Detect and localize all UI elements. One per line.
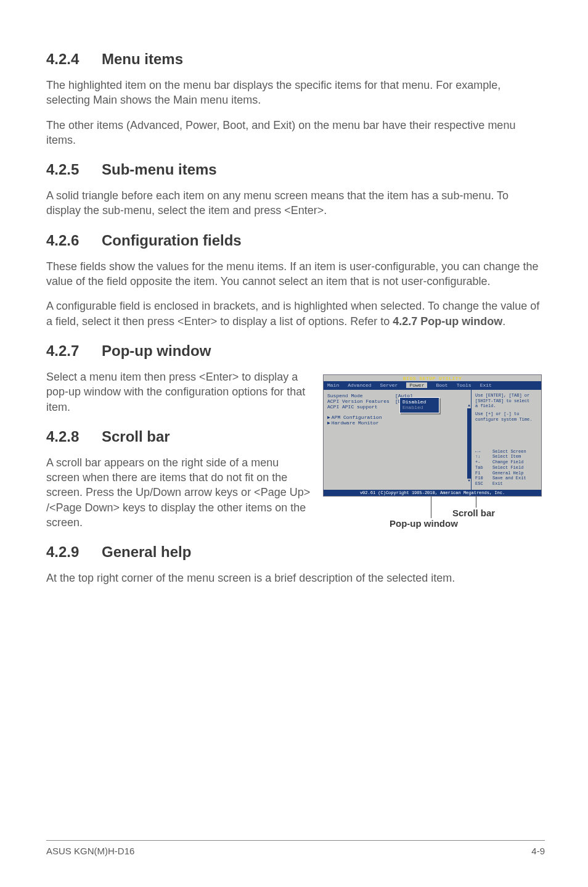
bios-tab: Boot	[436, 382, 447, 388]
bios-menubar: Main Advanced Server Power Boot Tools Ex…	[324, 381, 541, 389]
help-line: Use [+] or [-] to	[475, 411, 537, 417]
help-line: [SHIFT-TAB] to select	[475, 398, 537, 404]
bios-help: Use [ENTER], [TAB] or [SHIFT-TAB] to sel…	[475, 393, 537, 423]
callout-line	[431, 497, 431, 518]
help-line: configure system Time.	[475, 417, 537, 423]
heading-title: General help	[102, 543, 191, 560]
bios-scrollbar: ▲ ▼	[467, 403, 471, 484]
bios-title: BIOS SETUP UTILITY	[324, 376, 541, 381]
help-line: a field.	[475, 403, 537, 409]
bios-popup: Disabled Enabled	[399, 397, 439, 413]
popup-option: Enabled	[402, 405, 436, 410]
callout-scrollbar: Scroll bar	[452, 508, 495, 518]
heading-num: 4.2.8	[46, 428, 102, 445]
heading-num: 4.2.5	[46, 161, 102, 178]
legend-key: Tab	[475, 465, 492, 471]
legend-val: Save and Exit	[492, 476, 526, 481]
callout-line	[476, 497, 476, 508]
heading-424: 4.2.4Menu items	[46, 51, 545, 68]
bios-tab: Main	[327, 382, 339, 388]
para: At the top right corner of the menu scre…	[46, 571, 545, 585]
legend-val: Select Field	[492, 465, 523, 470]
page-footer: ASUS KGN(M)H-D16 4-9	[46, 840, 545, 856]
para: The highlighted item on the menu bar dis…	[46, 78, 545, 108]
legend-val: Change Field	[492, 460, 523, 464]
legend-key: ←→	[475, 449, 492, 455]
heading-426: 4.2.6Configuration fields	[46, 232, 545, 249]
heading-428: 4.2.8Scroll bar	[46, 428, 311, 445]
bios-item-key: Suspend Mode	[327, 393, 395, 398]
arrow-down-icon: ▼	[467, 479, 471, 484]
para: Select a menu item then press <Enter> to…	[46, 369, 311, 415]
para: A scroll bar appears on the right side o…	[46, 455, 311, 530]
bios-figure: BIOS SETUP UTILITY Main Advanced Server …	[323, 374, 542, 497]
bios-tab: Advanced	[348, 382, 371, 388]
bios-left-pane: Suspend Mode[Auto] ACPI Version Features…	[324, 389, 472, 490]
bios-item-key: ACPI Version Features	[327, 398, 395, 404]
bios-screen: BIOS SETUP UTILITY Main Advanced Server …	[323, 374, 542, 497]
heading-title: Scroll bar	[102, 428, 170, 445]
popup-option-selected: Disabled	[402, 399, 436, 405]
heading-num: 4.2.4	[46, 51, 102, 68]
bios-submenu: Hardware Monitor	[332, 420, 379, 426]
arrow-up-icon: ▲	[467, 403, 471, 408]
heading-title: Sub-menu items	[102, 161, 217, 178]
bios-submenu: APM Configuration	[332, 415, 382, 420]
bios-right-pane: Use [ENTER], [TAB] or [SHIFT-TAB] to sel…	[472, 389, 541, 490]
bios-tab-active: Power	[406, 382, 427, 388]
bios-tab: Server	[380, 382, 398, 388]
footer-left: ASUS KGN(M)H-D16	[46, 846, 134, 856]
legend-val: Exit	[492, 481, 503, 486]
triangle-icon: ▶	[327, 420, 330, 426]
para: A configurable field is enclosed in brac…	[46, 299, 545, 329]
legend-val: Select Screen	[492, 449, 526, 454]
help-line: Use [ENTER], [TAB] or	[475, 393, 537, 398]
triangle-icon: ▶	[327, 415, 330, 420]
legend-key: F1	[475, 471, 492, 476]
bios-tab: Tools	[457, 382, 472, 388]
legend-key: F10	[475, 476, 492, 481]
legend-key: ESC	[475, 481, 492, 487]
legend-key: ↑↓	[475, 454, 492, 460]
heading-num: 4.2.6	[46, 232, 102, 249]
para: A solid triangle before each item on any…	[46, 188, 545, 218]
para: These fields show the values for the men…	[46, 259, 545, 289]
bios-footer: v02.61 (C)Copyright 1985-2010, American …	[324, 490, 541, 496]
bios-legend: ←→Select Screen ↑↓Select Item +-Change F…	[475, 449, 537, 487]
heading-num: 4.2.9	[46, 543, 102, 561]
heading-429: 4.2.9General help	[46, 543, 545, 561]
heading-title: Pop-up window	[102, 342, 211, 359]
footer-right: 4-9	[531, 846, 545, 856]
heading-title: Menu items	[102, 51, 183, 67]
callout-popup: Pop-up window	[390, 518, 458, 529]
para: The other items (Advanced, Power, Boot, …	[46, 118, 545, 148]
bios-item-key: ACPI APIC support	[327, 404, 395, 410]
legend-val: General Help	[492, 471, 523, 476]
text: .	[502, 315, 505, 328]
ref-popup: 4.2.7 Pop-up window	[393, 315, 502, 328]
bios-tab: Exit	[480, 382, 492, 388]
heading-425: 4.2.5Sub-menu items	[46, 161, 545, 178]
heading-title: Configuration fields	[102, 232, 242, 249]
heading-427: 4.2.7Pop-up window	[46, 342, 545, 360]
legend-key: +-	[475, 460, 492, 465]
heading-num: 4.2.7	[46, 342, 102, 360]
legend-val: Select Item	[492, 454, 521, 459]
